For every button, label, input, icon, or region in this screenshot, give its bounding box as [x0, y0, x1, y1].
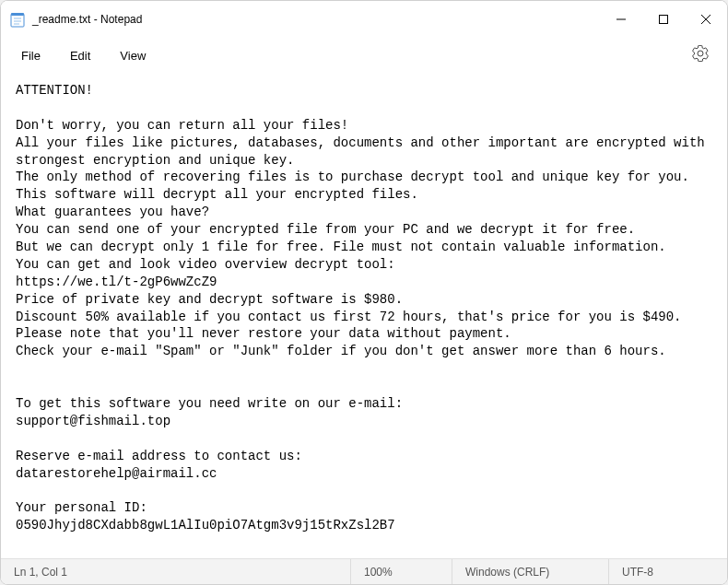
svg-rect-0	[11, 14, 24, 27]
menu-edit[interactable]: Edit	[57, 43, 103, 68]
minimize-icon	[616, 15, 626, 24]
notepad-window: _readme.txt - Notepad File	[0, 0, 728, 585]
close-icon	[701, 15, 710, 24]
menu-file[interactable]: File	[8, 43, 53, 68]
gear-icon	[692, 45, 709, 62]
status-line-ending: Windows (CRLF)	[452, 559, 609, 584]
notepad-icon	[10, 11, 25, 28]
window-title: _readme.txt - Notepad	[32, 13, 142, 26]
svg-rect-6	[660, 16, 668, 24]
status-zoom: 100%	[351, 559, 452, 584]
window-controls	[600, 1, 727, 38]
minimize-button[interactable]	[600, 1, 642, 38]
settings-button[interactable]	[688, 41, 712, 69]
status-encoding: UTF-8	[609, 559, 727, 584]
status-position: Ln 1, Col 1	[1, 559, 351, 584]
titlebar-left: _readme.txt - Notepad	[10, 11, 142, 28]
menubar-left: File Edit View	[8, 43, 159, 68]
titlebar: _readme.txt - Notepad	[1, 1, 727, 38]
statusbar: Ln 1, Col 1 100% Windows (CRLF) UTF-8	[1, 558, 727, 584]
menu-view[interactable]: View	[107, 43, 159, 68]
close-button[interactable]	[685, 1, 727, 38]
text-content[interactable]: ATTENTION! Don't worry, you can return a…	[1, 73, 727, 558]
maximize-button[interactable]	[642, 1, 685, 38]
maximize-icon	[659, 15, 668, 24]
svg-rect-1	[11, 13, 24, 16]
menubar: File Edit View	[1, 38, 727, 73]
